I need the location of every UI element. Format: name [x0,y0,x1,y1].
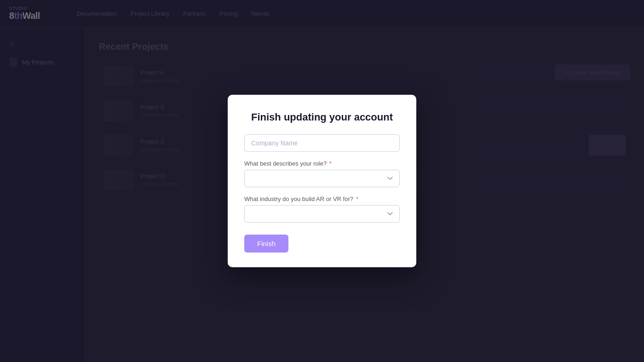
industry-group: What industry do you build AR or VR for?… [244,195,400,223]
finish-button[interactable]: Finish [244,235,288,253]
company-name-group [244,134,400,152]
modal-overlay: Finish updating your account What best d… [0,0,644,362]
role-label: What best describes your role? * [244,160,400,167]
industry-label: What industry do you build AR or VR for?… [244,195,400,202]
role-required-star: * [328,160,332,167]
industry-required-star: * [354,195,358,202]
account-update-modal: Finish updating your account What best d… [228,95,416,267]
company-name-input[interactable] [244,134,400,152]
role-group: What best describes your role? * Develop… [244,160,400,187]
modal-title: Finish updating your account [244,111,400,123]
industry-select[interactable]: Advertising & Marketing Entertainment Ed… [244,205,400,223]
role-select[interactable]: Developer Designer Artist Student Other [244,170,400,187]
